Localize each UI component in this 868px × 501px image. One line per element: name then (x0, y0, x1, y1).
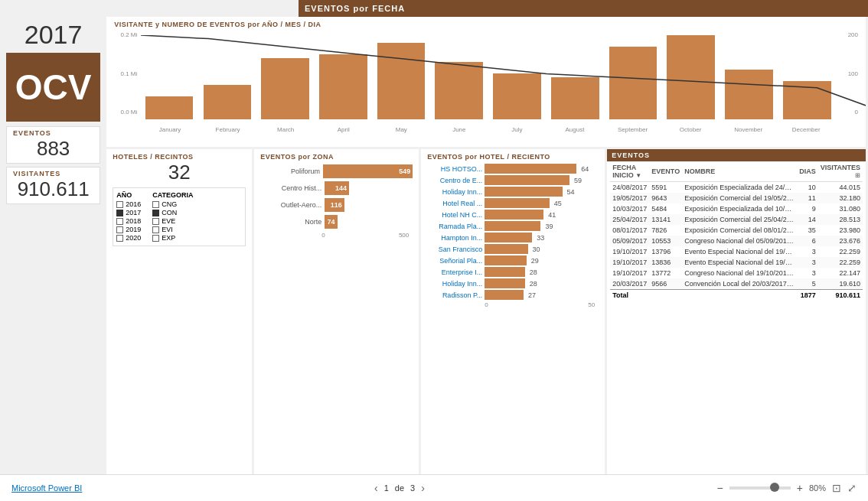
bar-month-december (778, 35, 835, 119)
zona-axis-500: 500 (399, 232, 409, 239)
hotel-bar-row: San Francisco30 (427, 244, 599, 254)
events-table: FECHAINICIO ▼ EVENTO NOMBRE DIAS VISITAN… (610, 161, 863, 301)
hotel-bar-row: Holiday Inn...28 (427, 278, 599, 288)
bar-month-november (721, 35, 778, 119)
filter-box: AÑO 2016 2017 (113, 187, 246, 246)
categoria-filter-label: CATEGORIA (152, 191, 193, 199)
col-nombre: NOMBRE (682, 161, 797, 182)
page-nav: ‹ 1 de 3 › (374, 482, 425, 494)
filter-cat-exp[interactable]: EXP (152, 234, 193, 242)
filter-año-2017[interactable]: 2017 (116, 209, 141, 216)
bar-month-may (373, 35, 429, 119)
zoom-slider-track[interactable] (729, 486, 791, 490)
hotel-section: EVENTOS por HOTEL / RECIENTO HS HOTSO...… (421, 149, 605, 474)
fullscreen-icon[interactable]: ⤢ (847, 482, 857, 494)
page-separator: de (395, 483, 404, 493)
total-visitantes: 910.611 (818, 290, 863, 301)
footer: Microsoft Power BI ‹ 1 de 3 › − + 80% ⊡ … (0, 474, 868, 501)
hotel-bar-row: HS HOTSO...64 (427, 164, 599, 174)
hotel-title: EVENTOS por HOTEL / RECIENTO (427, 153, 599, 161)
fit-icon[interactable]: ⊡ (832, 482, 841, 494)
hotel-bar-row: Radisson P...27 (427, 290, 599, 300)
powerbi-link[interactable]: Microsoft Power BI (11, 483, 82, 493)
next-page-btn[interactable]: › (421, 482, 425, 494)
filter-cat-eve[interactable]: EVE (152, 217, 193, 225)
col-fecha: FECHAINICIO ▼ (610, 161, 649, 182)
visitantes-value: 910.611 (13, 177, 93, 201)
footer-right: − + 80% ⊡ ⤢ (717, 482, 857, 494)
hoteles-title: HOTELES / RECINTOS (113, 153, 246, 161)
filter-año-2016[interactable]: 2016 (116, 200, 141, 208)
events-table-section: EVENTOS FECHAINICIO ▼ EVENTO NOMBRE DIAS… (607, 149, 866, 474)
bar-month-august (547, 35, 603, 119)
table-row: 24/08/20175591Exposición Especializada d… (610, 182, 863, 194)
y-right-mid: 100 (839, 70, 858, 77)
prev-page-btn[interactable]: ‹ (374, 482, 378, 494)
hotel-bar-row: Hotel Real ...45 (427, 198, 599, 208)
hotel-bar-row: Centro de E...59 (427, 175, 599, 185)
left-sidebar: 2017 OCV EVENTOS 883 VISITANTES 910.611 (0, 17, 106, 474)
table-row: 20/03/20179566Convención Local del 20/03… (610, 278, 863, 290)
y-right-bot: 0 (839, 109, 858, 115)
page-total: 3 (410, 483, 415, 493)
filter-cat-cng[interactable]: CNG (152, 200, 193, 208)
zoom-minus-btn[interactable]: − (717, 482, 723, 494)
table-row: 10/03/20175484Exposición Especializada d… (610, 203, 863, 214)
col-evento: EVENTO (649, 161, 682, 182)
filter-cat-evi[interactable]: EVI (152, 226, 193, 233)
table-row: 19/05/20179643Exposición Comercial del 1… (610, 193, 863, 203)
hotel-axis-0: 0 (485, 301, 488, 308)
filter-año-2019[interactable]: 2019 (116, 226, 141, 233)
zona-bar-row: Centro Hist...144 (268, 181, 413, 195)
visitantes-metric-box: VISITANTES 910.611 (6, 167, 100, 204)
bar-month-july (489, 35, 546, 119)
zona-bar-row: Poliforum549 (268, 164, 413, 178)
events-by-date-title: EVENTOS por FECHA (305, 4, 405, 13)
hotel-bar-row: Enterprise I...28 (427, 267, 599, 277)
table-row: 19/10/201713836Evento Especial Nacional … (610, 257, 863, 268)
col-dias: DIAS (797, 161, 818, 182)
y-axis-mid: 0.1 Mi (114, 70, 137, 77)
main-container: EVENTOS por FECHA 2017 OCV EVENTOS 883 V… (0, 0, 868, 501)
visitante-chart-title: VISITANTE y NUMERO DE EVENTOS por AÑO / … (114, 21, 858, 28)
events-table-header: EVENTOS (607, 149, 866, 161)
eventos-metric-box: EVENTOS 883 (6, 126, 100, 164)
zoom-percent: 80% (809, 483, 826, 493)
events-total-row: Total 1877 910.611 (610, 290, 863, 301)
filter-cat-con[interactable]: CON (152, 209, 193, 216)
bar-month-april (315, 35, 371, 119)
table-row: 05/09/201710553Congreso Nacional del 05/… (610, 236, 863, 246)
zona-bar-row: Outlet-Aero...116 (268, 198, 413, 212)
page-current: 1 (384, 483, 389, 493)
table-row: 25/04/201713141Exposición Comercial del … (610, 214, 863, 225)
y-axis-top: 0.2 Mi (114, 31, 137, 38)
eventos-label: EVENTOS (13, 129, 93, 137)
zona-axis-0: 0 (321, 232, 325, 239)
bar-month-september (605, 35, 661, 119)
zona-bar-row: Norte74 (268, 215, 413, 229)
table-row: 08/01/20177826Exposición Comercial del 0… (610, 225, 863, 236)
total-label: Total (610, 290, 797, 301)
hoteles-value: 32 (113, 161, 246, 184)
año-filter-label: AÑO (116, 191, 141, 199)
hotel-bar-row: Hotel NH C...41 (427, 210, 599, 220)
hotel-bar-row: Holiday Inn...54 (427, 187, 599, 197)
filter-año-2018[interactable]: 2018 (116, 217, 141, 225)
bar-month-march (257, 35, 314, 119)
table-row: 19/10/201713772Congreso Nacional del 19/… (610, 268, 863, 278)
bar-month-february (199, 35, 256, 119)
zoom-plus-btn[interactable]: + (797, 482, 803, 494)
y-right-top: 200 (839, 31, 858, 38)
y-axis-bot: 0.0 Mi (114, 109, 137, 115)
hoteles-section: HOTELES / RECINTOS 32 AÑO 2016 (106, 149, 252, 474)
filter-año-2020[interactable]: 2020 (116, 234, 141, 242)
zona-title: EVENTOS por ZONA (260, 153, 413, 161)
hotel-axis-50: 50 (588, 301, 595, 308)
bar-month-june (431, 35, 488, 119)
zona-section: EVENTOS por ZONA Poliforum549Centro Hist… (254, 149, 419, 474)
visitantes-label: VISITANTES (13, 170, 93, 177)
hotel-bar-row: Señorial Pla...29 (427, 255, 599, 265)
ocv-box: OCV (6, 53, 100, 122)
table-row: 19/10/201713796Evento Especial Nacional … (610, 246, 863, 257)
year-display: 2017 (6, 20, 100, 50)
